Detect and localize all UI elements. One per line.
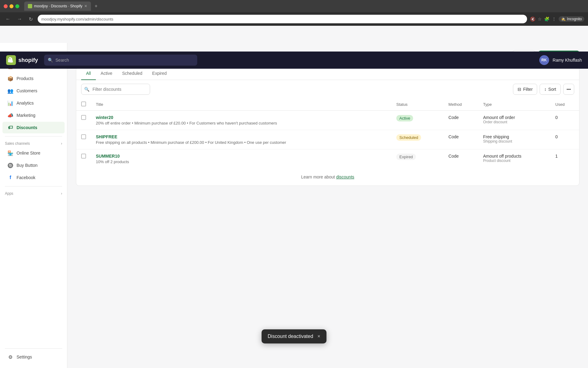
sidebar-item-analytics[interactable]: 📊 Analytics [2,97,65,109]
new-tab-btn[interactable]: + [95,3,97,9]
row1-status-cell: Active [391,111,443,130]
tab-active[interactable]: Active [96,67,117,80]
footer-info: Learn more about discounts [76,168,579,186]
tab-expired[interactable]: Expired [147,67,172,80]
incognito-badge: 🕵 Incognito [559,16,584,22]
sidebar-item-facebook[interactable]: f Facebook [2,172,65,183]
menu-icon[interactable]: ⋮ [552,17,556,21]
sidebar-item-products[interactable]: 📦 Products [2,73,65,84]
search-wrapper: 🔍 [81,84,511,95]
row1-checkbox[interactable] [81,115,86,120]
shopify-logo-icon [6,55,16,65]
footer-text: Learn more about [301,174,335,179]
sidebar-item-facebook-label: Facebook [17,175,35,180]
toast-close-button[interactable]: × [318,334,320,339]
sidebar-item-analytics-label: Analytics [17,101,34,105]
discounts-icon: 🏷 [7,125,13,131]
sales-channels-section[interactable]: Sales channels › [0,139,67,147]
discounts-link[interactable]: discounts [336,174,354,179]
sort-button[interactable]: ↕ Sort [540,84,561,95]
discount-tabs: All Active Scheduled Expired [76,67,579,80]
toast-message: Discount deactivated [268,334,313,339]
row1-type-line2: Order discount [483,120,546,124]
marketing-icon: 📣 [7,112,13,118]
app-layout: ⌂ Home 📋 Orders 📦 Products 👥 Customers 📊… [0,43,588,368]
search-input[interactable] [81,84,150,95]
row1-type-line1: Amount off order [483,115,546,120]
sidebar-divider-2 [5,186,62,186]
bookmark-icon[interactable]: ☆ [538,17,542,21]
sidebar-item-customers-label: Customers [17,88,37,93]
table-row: winter20 20% off entire order • Minimum … [76,111,579,130]
more-icon: ••• [567,87,571,92]
row2-method-cell: Code [443,130,478,149]
tab-all[interactable]: All [81,67,96,80]
row3-checkbox[interactable] [81,154,86,159]
type-header: Type [478,98,551,111]
address-bar[interactable]: moodjoy.myshopify.com /admin/discounts [38,15,527,23]
used-header: Used [550,98,579,111]
row1-title-cell: winter20 20% off entire order • Minimum … [91,111,391,130]
table-toolbar: 🔍 ⊟ Filter ↕ Sort ••• [76,80,579,98]
row2-checkbox[interactable] [81,134,86,139]
extensions-icon[interactable]: 🧩 [544,17,549,21]
status-header: Status [391,98,443,111]
row1-title[interactable]: winter20 [96,115,386,120]
close-window-btn[interactable] [4,4,8,8]
tab-bar: moodjoy · Discounts · Shopify ✕ + [24,2,584,11]
row2-title-cell: SHIPFREE Free shipping on all products •… [91,130,391,149]
online-store-icon: 🏪 [7,150,13,156]
sidebar-item-discounts[interactable]: 🏷 Discounts [2,122,65,133]
row3-type-cell: Amount off products Product discount [478,149,551,169]
sidebar-divider-1 [5,136,62,136]
title-header: Title [91,98,391,111]
reload-btn[interactable]: ↻ [27,15,35,23]
sidebar-bottom: ⚙ Settings [0,346,67,363]
shopify-logo[interactable]: shopify [6,55,38,65]
avatar[interactable]: RK [539,55,549,65]
tab-scheduled[interactable]: Scheduled [117,67,147,80]
row3-desc: 10% off 2 products [96,159,386,164]
sidebar-item-settings[interactable]: ⚙ Settings [2,351,65,363]
sidebar-item-online-store[interactable]: 🏪 Online Store [2,147,65,159]
apps-arrow: › [61,191,62,196]
select-all-checkbox[interactable] [81,102,86,106]
apps-section[interactable]: Apps › [0,189,67,197]
row3-method-cell: Code [443,149,478,169]
header-search[interactable]: 🔍 Search [44,55,197,66]
row2-type-line2: Shipping discount [483,139,546,144]
products-icon: 📦 [7,75,13,82]
sort-icon: ↕ [544,87,546,92]
row3-status-badge: Expired [396,154,416,160]
tab-close-btn[interactable]: ✕ [84,4,87,8]
row1-checkbox-cell [76,111,91,130]
row2-title[interactable]: SHIPFREE [96,134,386,139]
row2-used-cell: 0 [550,130,579,149]
maximize-window-btn[interactable] [15,4,19,8]
row2-type-line1: Free shipping [483,134,546,139]
shopify-logo-text: shopify [18,57,38,63]
sidebar-item-buy-button-label: Buy Button [17,163,38,168]
row1-status-badge: Active [396,115,413,121]
sidebar-item-online-store-label: Online Store [17,151,40,155]
active-tab[interactable]: moodjoy · Discounts · Shopify ✕ [24,2,91,11]
browser-nav-icons: 🔇 ☆ 🧩 ⋮ 🕵 Incognito [530,16,584,22]
filter-icon: ⊟ [518,87,521,92]
filter-button[interactable]: ⊟ Filter [513,84,537,95]
back-btn[interactable]: ← [4,15,12,23]
row3-title[interactable]: SUMMER10 [96,154,386,159]
mute-icon[interactable]: 🔇 [530,17,535,21]
row3-checkbox-cell [76,149,91,169]
sidebar-item-buy-button[interactable]: 🔘 Buy Button [2,159,65,171]
forward-btn[interactable]: → [15,15,24,23]
sidebar-item-marketing[interactable]: 📣 Marketing [2,109,65,121]
minimize-window-btn[interactable] [9,4,13,8]
discounts-card: All Active Scheduled Expired 🔍 [76,67,579,186]
tab-favicon [28,4,32,8]
url-protocol: moodjoy.myshopify.com [41,17,84,21]
analytics-icon: 📊 [7,100,13,106]
header-right: RK Ramy Khuffash [539,55,582,65]
sidebar-item-settings-label: Settings [17,355,32,359]
more-actions-button[interactable]: ••• [563,84,574,95]
sidebar-item-customers[interactable]: 👥 Customers [2,85,65,97]
